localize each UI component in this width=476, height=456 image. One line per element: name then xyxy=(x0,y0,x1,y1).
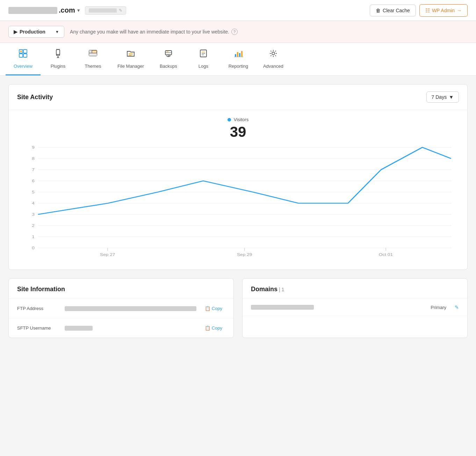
arrow-right-icon: → xyxy=(457,8,462,13)
tab-reporting-label: Reporting xyxy=(229,64,248,69)
chart-total-visitors: 39 xyxy=(17,124,459,140)
svg-rect-13 xyxy=(89,53,97,56)
sftp-username-row: SFTP Username 📋 Copy xyxy=(9,318,233,338)
tab-backups[interactable]: Backups xyxy=(151,43,186,75)
sftp-username-label: SFTP Username xyxy=(17,325,59,331)
nav-tabs: Overview Plugins T xyxy=(0,43,476,76)
svg-text:2: 2 xyxy=(32,223,35,228)
wp-icon: ☷ xyxy=(425,7,430,14)
overview-icon xyxy=(18,49,28,61)
domains-header: Domains| 1 xyxy=(243,279,467,299)
svg-rect-3 xyxy=(23,54,27,57)
tab-overview[interactable]: Overview xyxy=(6,43,41,75)
chart-container: Visitors 39 0 xyxy=(9,110,467,270)
themes-icon xyxy=(88,49,98,61)
logs-icon xyxy=(199,49,208,61)
tab-file-manager-label: File Manager xyxy=(117,64,144,69)
svg-text:7: 7 xyxy=(32,167,35,172)
svg-rect-1 xyxy=(23,50,27,53)
domain-value xyxy=(251,305,314,310)
svg-point-31 xyxy=(272,52,275,55)
tab-themes[interactable]: Themes xyxy=(75,43,110,75)
copy-icon: 📋 xyxy=(205,306,210,311)
svg-text:8: 8 xyxy=(32,156,35,161)
chart-legend: Visitors xyxy=(17,117,459,122)
svg-text:Oct 01: Oct 01 xyxy=(379,252,393,257)
site-tag[interactable]: ✎ xyxy=(85,6,126,15)
ftp-address-value xyxy=(65,306,196,311)
backups-icon xyxy=(164,49,173,61)
tab-advanced[interactable]: Advanced xyxy=(256,43,291,75)
tab-plugins-label: Plugins xyxy=(51,64,66,69)
svg-rect-27 xyxy=(237,52,238,57)
header-right: 🗑 Clear Cache ☷ WP Admin → xyxy=(370,4,468,17)
svg-text:3: 3 xyxy=(32,212,35,217)
site-activity-header: Site Activity 7 Days ▼ xyxy=(9,84,467,110)
tab-backups-label: Backups xyxy=(160,64,177,69)
site-information-card: Site Information FTP Address 📋 Copy SFTP… xyxy=(8,278,234,338)
svg-rect-28 xyxy=(239,53,240,57)
svg-point-4 xyxy=(20,51,22,52)
production-chevron-icon: ▼ xyxy=(55,30,59,34)
ftp-address-row: FTP Address 📋 Copy xyxy=(9,299,233,318)
days-chevron-icon: ▼ xyxy=(449,94,454,100)
days-dropdown-button[interactable]: 7 Days ▼ xyxy=(426,91,459,103)
tab-file-manager[interactable]: File Manager xyxy=(110,43,151,75)
domain-count: | 1 xyxy=(279,287,284,292)
wp-admin-button[interactable]: ☷ WP Admin → xyxy=(419,4,468,17)
chart-area: 0 1 2 3 4 5 6 7 8 9 Sep 27 Sep 29 Oct 01 xyxy=(21,147,455,259)
domain-chevron-icon[interactable]: ▼ xyxy=(77,8,81,13)
domains-title: Domains| 1 xyxy=(251,286,284,293)
svg-rect-11 xyxy=(89,50,92,53)
svg-text:Sep 27: Sep 27 xyxy=(100,252,115,257)
plugins-icon xyxy=(53,49,63,61)
legend-dot xyxy=(228,118,231,122)
svg-text:4: 4 xyxy=(32,201,35,206)
svg-rect-2 xyxy=(19,54,23,57)
tab-plugins[interactable]: Plugins xyxy=(41,43,75,75)
domain-tld: .com xyxy=(59,6,75,14)
help-icon[interactable]: ? xyxy=(231,29,238,35)
play-icon: ▶ xyxy=(14,29,17,35)
advanced-icon xyxy=(268,49,278,61)
domain-blurred xyxy=(8,7,57,14)
site-activity-card: Site Activity 7 Days ▼ Visitors 39 xyxy=(8,84,468,270)
visitors-chart: 0 1 2 3 4 5 6 7 8 9 Sep 27 Sep 29 Oct 01 xyxy=(21,147,455,259)
domain-edit-icon[interactable]: ✎ xyxy=(455,304,459,310)
svg-rect-26 xyxy=(235,54,236,57)
header-left: .com ▼ ✎ xyxy=(8,6,126,15)
sftp-username-value xyxy=(65,326,93,331)
tab-logs-label: Logs xyxy=(199,64,208,69)
production-button[interactable]: ▶ Production ▼ xyxy=(8,26,64,38)
svg-text:1: 1 xyxy=(32,234,35,239)
ftp-address-label: FTP Address xyxy=(17,306,59,311)
file-manager-icon xyxy=(126,49,136,61)
sftp-copy-button[interactable]: 📋 Copy xyxy=(202,324,225,332)
site-activity-title: Site Activity xyxy=(17,94,53,101)
domains-card: Domains| 1 Primary ✎ xyxy=(242,278,468,338)
svg-text:5: 5 xyxy=(32,190,35,194)
tab-advanced-label: Advanced xyxy=(263,64,283,69)
tab-reporting[interactable]: Reporting xyxy=(221,43,256,75)
tab-logs[interactable]: Logs xyxy=(186,43,221,75)
clear-cache-button[interactable]: 🗑 Clear Cache xyxy=(370,5,416,16)
svg-rect-12 xyxy=(92,50,97,53)
reporting-icon xyxy=(233,49,243,61)
page-header: .com ▼ ✎ 🗑 Clear Cache ☷ WP Admin → xyxy=(0,0,476,21)
ftp-copy-button[interactable]: 📋 Copy xyxy=(202,304,225,312)
svg-text:0: 0 xyxy=(32,245,35,250)
domain-row: Primary ✎ xyxy=(243,299,467,316)
site-information-title: Site Information xyxy=(17,286,65,293)
production-banner: ▶ Production ▼ Any change you make will … xyxy=(0,21,476,43)
site-information-header: Site Information xyxy=(9,279,233,299)
tab-overview-label: Overview xyxy=(14,64,33,69)
svg-text:Sep 29: Sep 29 xyxy=(237,252,252,257)
site-domain: .com ▼ xyxy=(8,6,81,14)
site-tag-edit-icon[interactable]: ✎ xyxy=(119,8,122,13)
svg-rect-29 xyxy=(241,51,243,57)
main-content: Site Activity 7 Days ▼ Visitors 39 xyxy=(0,76,476,346)
production-banner-message: Any change you make will have an immedia… xyxy=(70,29,238,35)
tab-themes-label: Themes xyxy=(85,64,101,69)
svg-text:6: 6 xyxy=(32,178,35,183)
bottom-row: Site Information FTP Address 📋 Copy SFTP… xyxy=(8,278,468,338)
